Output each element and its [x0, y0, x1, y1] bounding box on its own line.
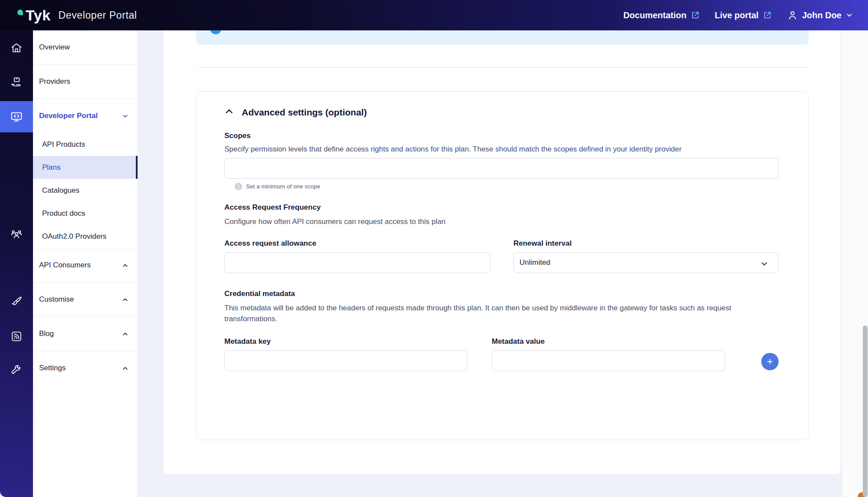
app-screen: Tyk Developer Portal Documentation Live …: [0, 0, 868, 497]
metadata-key-group: Metadata key: [224, 336, 467, 371]
providers-icon: [10, 76, 23, 89]
sidebar-item-developer-portal[interactable]: Developer Portal: [33, 99, 138, 133]
info-banner-icon: [210, 30, 221, 34]
info-icon: !: [235, 183, 242, 190]
allowance-field-group: Access request allowance: [224, 238, 491, 273]
metadata-key-input[interactable]: [224, 350, 467, 371]
chevron-down-icon: [760, 260, 769, 270]
allowance-input[interactable]: [224, 252, 491, 273]
sidebar-item-settings[interactable]: Settings: [33, 351, 138, 385]
sidebar-item-label: Overview: [39, 43, 129, 52]
brand-name: Tyk: [26, 7, 51, 24]
sidebar-item-label: Blog: [39, 329, 122, 338]
user-menu[interactable]: John Doe: [787, 10, 853, 21]
scopes-hint-text: Set a minimum of one scope: [246, 183, 320, 190]
sidebar-item-label: Catalogues: [42, 186, 79, 195]
chevron-up-icon: [122, 365, 129, 372]
scopes-description: Specify permission levels that define ac…: [224, 144, 684, 155]
sidebar-item-catalogues[interactable]: Catalogues: [33, 179, 138, 202]
chevron-up-icon: [122, 262, 129, 269]
advanced-settings-title: Advanced settings (optional): [242, 106, 367, 118]
settings-icon: [10, 362, 23, 375]
external-link-icon: [690, 10, 700, 20]
documentation-label: Documentation: [623, 10, 687, 20]
sidebar-menu: Overview Providers Developer Portal API …: [33, 30, 138, 497]
chevron-down-icon: [122, 112, 129, 120]
sidebar-item-providers[interactable]: Providers: [33, 65, 138, 99]
advanced-settings-toggle[interactable]: Advanced settings (optional): [224, 106, 779, 118]
sidebar-icon-developer-portal[interactable]: [0, 103, 33, 131]
blog-icon: [10, 330, 23, 342]
sidebar-item-blog[interactable]: Blog: [33, 317, 138, 351]
documentation-link[interactable]: Documentation: [623, 10, 700, 20]
brand-product: Developer Portal: [59, 10, 137, 21]
frequency-fields-row: Access request allowance Renewal interva…: [224, 238, 779, 273]
scopes-label: Scopes: [224, 131, 779, 141]
developer-portal-icon: [10, 110, 23, 123]
user-name: John Doe: [802, 10, 842, 20]
sidebar-item-label: Settings: [39, 364, 122, 372]
chevron-up-icon: [122, 330, 129, 338]
sidebar-item-label: Developer Portal: [39, 112, 122, 120]
sidebar-icon-api-consumers[interactable]: [0, 221, 33, 248]
sidebar-item-api-consumers[interactable]: API Consumers: [33, 248, 138, 282]
live-portal-link[interactable]: Live portal: [715, 10, 772, 20]
sidebar-item-api-products[interactable]: API Products: [33, 133, 138, 156]
metadata-fields-row: Metadata key Metadata value +: [224, 336, 779, 371]
renewal-interval-select[interactable]: Unlimited: [513, 252, 779, 273]
chevron-down-icon: [845, 11, 853, 19]
metadata-value-label: Metadata value: [492, 336, 725, 347]
metadata-description: This metadata will be added to the heade…: [224, 303, 745, 324]
page-scrollbar-thumb[interactable]: [863, 326, 868, 497]
user-icon: [787, 10, 798, 21]
collapse-chevron-icon: [224, 107, 234, 118]
top-nav: Documentation Live portal John Doe: [623, 10, 853, 21]
sidebar-icon-overview[interactable]: [0, 34, 33, 62]
frequency-label: Access Request Frequency: [224, 202, 779, 213]
sidebar-icon-customise[interactable]: [0, 288, 33, 316]
sidebar-item-oauth2-providers[interactable]: OAuth2.0 Providers: [33, 225, 138, 248]
external-link-icon: [763, 10, 772, 20]
info-banner: [196, 30, 809, 45]
live-portal-label: Live portal: [715, 10, 759, 20]
sidebar-item-product-docs[interactable]: Product docs: [33, 202, 138, 225]
frequency-description: Configure how often API consumers can re…: [224, 216, 684, 227]
sidebar-item-label: OAuth2.0 Providers: [42, 232, 106, 241]
brand-logo[interactable]: Tyk Developer Portal: [17, 7, 137, 24]
metadata-value-group: Metadata value: [492, 336, 725, 371]
sidebar-item-label: Customise: [39, 295, 122, 304]
section-divider: [196, 67, 809, 68]
chevron-up-icon: [122, 296, 129, 303]
sidebar-icon-settings[interactable]: [0, 355, 33, 383]
scopes-input[interactable]: [224, 158, 779, 179]
sidebar-item-label: Plans: [42, 163, 61, 172]
renewal-field-group: Renewal interval Unlimited: [513, 238, 779, 273]
add-metadata-button[interactable]: +: [761, 353, 779, 370]
renewal-label: Renewal interval: [513, 238, 779, 249]
sidebar-item-overview[interactable]: Overview: [33, 30, 138, 64]
sidebar-item-label: API Products: [42, 140, 85, 149]
renewal-selected-value: Unlimited: [519, 258, 550, 267]
top-bar: Tyk Developer Portal Documentation Live …: [0, 0, 868, 30]
home-icon: [10, 42, 23, 54]
allowance-label: Access request allowance: [224, 238, 491, 249]
advanced-settings-card: Advanced settings (optional) Scopes Spec…: [196, 91, 809, 440]
api-consumers-icon: [10, 228, 23, 241]
sidebar-item-label: Product docs: [42, 209, 85, 218]
sidebar-item-label: Providers: [39, 77, 129, 86]
page-scrollbar-track[interactable]: [842, 30, 868, 497]
plus-icon: +: [767, 353, 773, 370]
customise-icon: [10, 295, 23, 308]
sidebar-item-label: API Consumers: [39, 261, 122, 270]
sidebar-item-customise[interactable]: Customise: [33, 283, 138, 316]
icon-rail: [0, 30, 33, 497]
sidebar-icon-providers[interactable]: [0, 69, 33, 96]
tyk-leaf-icon: [17, 10, 23, 15]
sidebar-icon-blog[interactable]: [0, 323, 33, 350]
metadata-label: Credential metadata: [224, 289, 779, 299]
metadata-key-label: Metadata key: [224, 336, 467, 347]
main-content-card: Advanced settings (optional) Scopes Spec…: [164, 30, 841, 474]
sidebar-item-plans[interactable]: Plans: [33, 156, 138, 179]
metadata-value-input[interactable]: [492, 350, 725, 371]
scopes-hint: ! Set a minimum of one scope: [224, 183, 779, 190]
